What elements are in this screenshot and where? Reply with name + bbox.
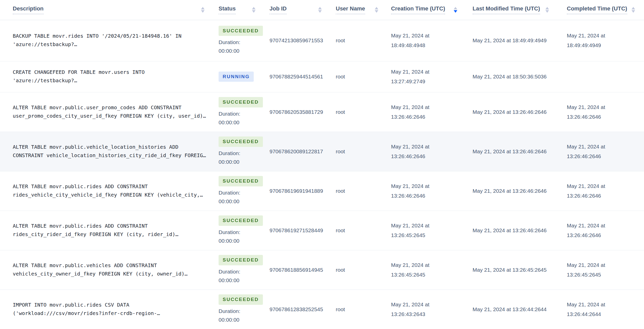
user-name: root [336,61,391,92]
header-row: Description Status Job ID User Name [0,0,644,20]
creation-time: May 21, 2024 at 13:26:45:2645 [391,221,444,240]
completed-time: May 21, 2024 at 18:49:49:4949 [567,31,620,50]
last-modified-time: May 21, 2024 at 13:26:46:2646 [473,186,547,196]
user-name: root [336,171,391,211]
job-id: 970678618856914945 [270,250,336,290]
sort-desc-icon [545,10,549,13]
sort-icon[interactable] [318,7,322,13]
sort-icon[interactable] [375,7,378,13]
job-id: 970678620089122817 [270,132,336,171]
column-header-label[interactable]: User Name [336,5,365,14]
sort-icon[interactable] [252,7,256,13]
column-header-status[interactable]: Status [219,0,270,20]
job-id: 970678612838252545 [270,290,336,329]
column-header-label[interactable]: Last Modified Time (UTC) [473,5,540,14]
last-modified-time: May 21, 2024 at 13:26:46:2646 [473,226,547,235]
job-description[interactable]: CREATE CHANGEFEED FOR TABLE movr.users I… [13,68,209,85]
status-badge: SUCCEEDED [219,26,263,36]
user-name: root [336,290,391,329]
table-row: IMPORT INTO movr.public.rides CSV DATA (… [0,290,644,329]
job-id: 970742130859671553 [270,20,336,61]
sort-icon[interactable] [201,7,205,13]
last-modified-time: May 21, 2024 at 18:50:36:5036 [473,72,547,81]
creation-time: May 21, 2024 at 13:26:46:2646 [391,181,444,201]
last-modified-time: May 21, 2024 at 13:26:46:2646 [473,147,547,156]
table-row: ALTER TABLE movr.public.vehicle_location… [0,132,644,171]
user-name: root [336,92,391,132]
status-badge: SUCCEEDED [219,215,263,226]
status-badge: RUNNING [219,72,254,82]
status-badge: SUCCEEDED [219,294,263,305]
job-description[interactable]: ALTER TABLE movr.public.user_promo_codes… [13,103,209,120]
job-id: 970678825944514561 [270,61,336,92]
sort-asc-icon [201,7,205,9]
table-row: ALTER TABLE movr.public.rides ADD CONSTR… [0,171,644,211]
completed-time: May 21, 2024 at 13:26:46:2646 [567,181,620,201]
sort-icon[interactable] [545,7,549,13]
table-row: ALTER TABLE movr.public.rides ADD CONSTR… [0,211,644,250]
duration-text: Duration: 00:00:00 [219,188,257,206]
table-row: BACKUP TABLE movr.rides INTO '/2024/05/2… [0,20,644,61]
job-description[interactable]: IMPORT INTO movr.public.rides CSV DATA (… [13,301,209,318]
creation-time: May 21, 2024 at 13:26:43:2643 [391,300,444,319]
jobs-table: Description Status Job ID User Name [0,0,644,329]
status-badge: SUCCEEDED [219,176,263,186]
last-modified-time: May 21, 2024 at 13:26:44:2644 [473,305,547,314]
creation-time: May 21, 2024 at 13:27:49:2749 [391,67,444,86]
duration-text: Duration: 00:00:00 [219,149,257,166]
sort-asc-icon [632,7,635,9]
duration-text: Duration: 00:00:00 [219,307,257,324]
creation-time: May 21, 2024 at 13:26:45:2645 [391,260,444,280]
completed-time: May 21, 2024 at 13:26:46:2646 [567,142,620,161]
column-header-label[interactable]: Description [13,5,44,14]
sort-desc-icon [632,10,635,13]
duration-text: Duration: 00:00:00 [219,109,257,127]
sort-asc-icon [318,7,322,9]
creation-time: May 21, 2024 at 18:49:48:4948 [391,31,444,50]
sort-desc-icon [201,10,205,13]
last-modified-time: May 21, 2024 at 13:26:45:2645 [473,265,547,275]
table-row: CREATE CHANGEFEED FOR TABLE movr.users I… [0,61,644,92]
completed-time: May 21, 2024 at 13:26:46:2646 [567,102,620,122]
column-header-last-modified-time-utc[interactable]: Last Modified Time (UTC) [473,0,567,20]
job-id: 970678619691941889 [270,171,336,211]
sort-desc-icon [252,10,256,13]
job-id: 970678620535881729 [270,92,336,132]
sort-icon[interactable] [632,7,635,13]
status-badge: SUCCEEDED [219,255,263,265]
sort-desc-icon [375,10,378,13]
sort-desc-icon [318,10,322,13]
sort-asc-icon [375,7,378,9]
table-body: BACKUP TABLE movr.rides INTO '/2024/05/2… [0,20,644,329]
column-header-label[interactable]: Completed Time (UTC) [567,5,627,14]
sort-asc-icon [454,7,457,9]
column-header-label[interactable]: Job ID [270,5,287,14]
status-badge: SUCCEEDED [219,97,263,107]
column-header-completed-time-utc[interactable]: Completed Time (UTC) [567,0,644,20]
last-modified-time: May 21, 2024 at 13:26:46:2646 [473,107,547,117]
column-header-user-name[interactable]: User Name [336,0,391,20]
completed-time: May 21, 2024 at 13:26:44:2644 [567,300,620,319]
sort-icon[interactable] [454,7,457,13]
job-description[interactable]: ALTER TABLE movr.public.rides ADD CONSTR… [13,222,209,239]
job-description[interactable]: BACKUP TABLE movr.rides INTO '/2024/05/2… [13,32,209,49]
last-modified-time: May 21, 2024 at 18:49:49:4949 [473,36,547,45]
user-name: root [336,250,391,290]
sort-asc-icon [252,7,256,9]
table-row: ALTER TABLE movr.public.vehicles ADD CON… [0,250,644,290]
table-row: ALTER TABLE movr.public.user_promo_codes… [0,92,644,132]
column-header-job-id[interactable]: Job ID [270,0,336,20]
sort-asc-icon [545,7,549,9]
job-description[interactable]: ALTER TABLE movr.public.vehicle_location… [13,143,209,160]
completed-time: May 21, 2024 at 13:26:45:2645 [567,260,620,280]
column-header-creation-time-utc[interactable]: Creation Time (UTC) [391,0,473,20]
user-name: root [336,132,391,171]
column-header-label[interactable]: Creation Time (UTC) [391,5,445,14]
column-header-description[interactable]: Description [0,0,219,20]
column-header-label[interactable]: Status [219,5,236,14]
duration-text: Duration: 00:00:00 [219,267,257,285]
job-description[interactable]: ALTER TABLE movr.public.rides ADD CONSTR… [13,182,209,199]
user-name: root [336,211,391,250]
job-description[interactable]: ALTER TABLE movr.public.vehicles ADD CON… [13,261,209,278]
duration-text: Duration: 00:00:00 [219,228,257,245]
